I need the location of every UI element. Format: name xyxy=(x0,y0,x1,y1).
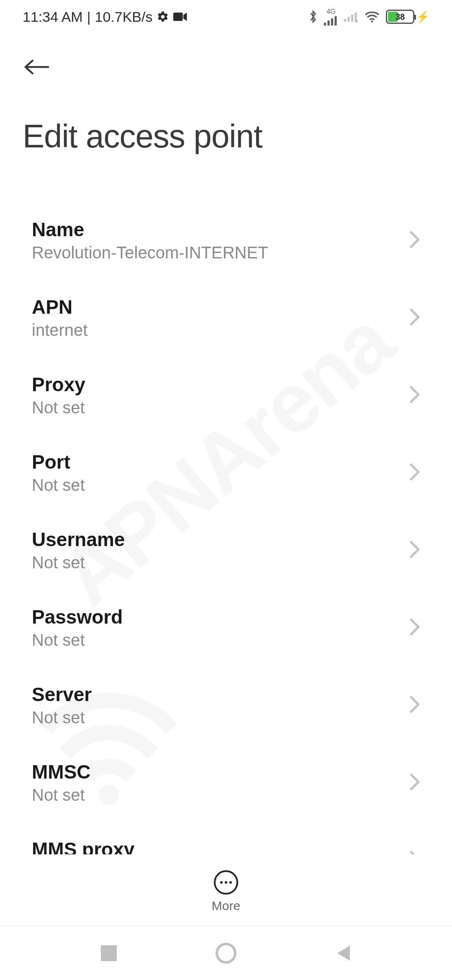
system-nav-bar xyxy=(0,926,452,980)
row-value: Not set xyxy=(32,786,91,805)
row-proxy[interactable]: Proxy Not set xyxy=(0,356,452,434)
row-label: Server xyxy=(32,683,92,706)
triangle-left-icon xyxy=(335,944,352,962)
row-value: internet xyxy=(32,321,87,340)
row-value: Not set xyxy=(32,398,85,417)
status-bar: 11:34 AM | 10.7KB/s 4G x 38 xyxy=(0,0,452,34)
chevron-right-icon xyxy=(409,540,420,560)
row-apn[interactable]: APN internet xyxy=(0,279,452,356)
chevron-right-icon xyxy=(409,618,420,638)
signal-icon-2: x xyxy=(344,11,358,23)
bottom-action-bar: More xyxy=(0,870,452,913)
row-port[interactable]: Port Not set xyxy=(0,434,452,511)
status-separator: | xyxy=(87,9,91,25)
row-label: APN xyxy=(32,296,87,318)
row-value: Not set xyxy=(32,708,92,727)
more-icon xyxy=(214,870,238,895)
row-label: MMS proxy xyxy=(32,838,134,854)
chevron-right-icon xyxy=(409,773,420,793)
arrow-left-icon xyxy=(23,57,51,77)
row-label: Name xyxy=(32,218,268,241)
chevron-right-icon xyxy=(409,850,420,855)
signal-1-group: 4G xyxy=(324,8,338,26)
square-icon xyxy=(101,945,117,961)
bluetooth-icon xyxy=(308,9,318,24)
nav-back-button[interactable] xyxy=(331,941,356,966)
row-label: Username xyxy=(32,528,125,551)
svg-text:x: x xyxy=(355,18,358,23)
chevron-right-icon xyxy=(409,230,420,250)
row-value: Revolution-Telecom-INTERNET xyxy=(32,243,268,262)
status-net-speed: 10.7KB/s xyxy=(95,9,153,25)
row-name[interactable]: Name Revolution-Telecom-INTERNET xyxy=(0,201,452,279)
svg-rect-1 xyxy=(324,23,326,26)
row-value: Not set xyxy=(32,476,85,495)
fourg-label: 4G xyxy=(326,8,335,15)
svg-point-10 xyxy=(371,21,373,23)
charging-icon: ⚡ xyxy=(416,10,429,23)
page-title: Edit access point xyxy=(23,117,429,155)
nav-recents-button[interactable] xyxy=(96,941,121,966)
camera-icon xyxy=(173,12,187,22)
svg-rect-6 xyxy=(348,17,350,22)
back-button[interactable] xyxy=(23,50,56,84)
more-label: More xyxy=(212,899,240,913)
settings-list: Name Revolution-Telecom-INTERNET APN int… xyxy=(0,201,452,854)
gear-icon xyxy=(157,10,169,23)
svg-rect-2 xyxy=(328,21,330,26)
nav-home-button[interactable] xyxy=(213,941,239,966)
battery-percent: 38 xyxy=(387,12,413,22)
row-value: Not set xyxy=(32,553,125,572)
status-time: 11:34 AM xyxy=(23,9,83,25)
row-label: Password xyxy=(32,606,123,628)
circle-icon xyxy=(216,943,236,964)
status-right: 4G x 38 ⚡ xyxy=(308,8,429,26)
chevron-right-icon xyxy=(409,308,420,328)
row-username[interactable]: Username Not set xyxy=(0,511,452,589)
svg-marker-13 xyxy=(337,946,350,961)
svg-rect-4 xyxy=(335,16,337,25)
row-value: Not set xyxy=(32,631,123,650)
svg-rect-3 xyxy=(331,18,333,25)
row-label: Proxy xyxy=(32,373,85,396)
more-button[interactable]: More xyxy=(212,870,240,913)
svg-rect-7 xyxy=(351,15,353,22)
signal-icon-1 xyxy=(324,15,338,26)
row-label: MMSC xyxy=(32,761,91,783)
svg-rect-0 xyxy=(173,13,183,21)
battery-indicator: 38 ⚡ xyxy=(386,10,429,24)
chevron-right-icon xyxy=(409,385,420,405)
chevron-right-icon xyxy=(409,695,420,715)
row-server[interactable]: Server Not set xyxy=(0,666,452,744)
status-left: 11:34 AM | 10.7KB/s xyxy=(23,9,187,25)
row-mms-proxy[interactable]: MMS proxy Not set xyxy=(0,821,452,854)
row-mmsc[interactable]: MMSC Not set xyxy=(0,744,452,821)
header: Edit access point xyxy=(0,34,452,155)
wifi-icon xyxy=(364,10,380,23)
chevron-right-icon xyxy=(409,463,420,483)
row-label: Port xyxy=(32,451,85,473)
row-password[interactable]: Password Not set xyxy=(0,589,452,666)
svg-rect-5 xyxy=(344,19,346,22)
